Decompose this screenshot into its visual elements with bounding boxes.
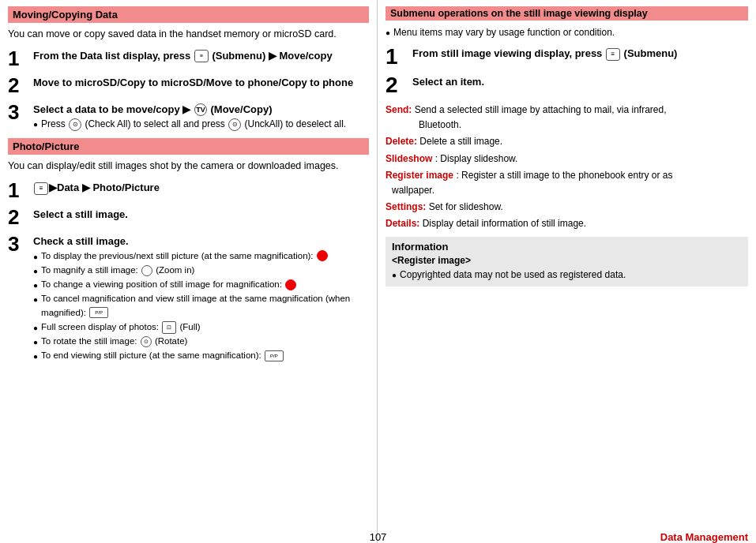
left-column: Moving/Copying Data You can move or copy… (0, 0, 378, 543)
right-step-2-content: Select an item. (412, 74, 748, 90)
photo-bullet-4: To cancel magnification and view still i… (33, 292, 369, 320)
zoom-icon (141, 265, 152, 276)
step-3-content: Select a data to be move/copy ▶ TV (Move… (33, 102, 369, 133)
submenu-operations-header: Submenu operations on the still image vi… (386, 6, 748, 21)
menu-items-list: Send: Send a selected still image by att… (386, 103, 748, 232)
cancel-icon: P/P (89, 307, 108, 318)
menu-item-send: Send: Send a selected still image by att… (386, 103, 748, 133)
data-management-label: Data Management (660, 531, 748, 543)
right-step-number-1: 1 (386, 46, 408, 68)
step-photo-1-content: ≡▶Data ▶ Photo/Picture (33, 180, 369, 196)
menu-icon-2: ≡ (34, 182, 48, 195)
menu-icon: ≡ (194, 50, 209, 62)
pos-icon (285, 279, 296, 290)
move-copy-icon: TV (194, 103, 207, 116)
menu-item-delete: Delete: Delete a still image. (386, 134, 748, 149)
page-number: 107 (370, 531, 387, 543)
full-icon: ⊡ (162, 321, 176, 334)
photo-picture-header: Photo/Picture (8, 138, 369, 155)
end-icon: P/P (265, 350, 284, 361)
menu-item-slideshow: Slideshow : Display slideshow. (386, 152, 748, 167)
nav-icon (317, 250, 328, 261)
menu-item-settings: Settings: Set for slideshow. (386, 200, 748, 215)
step-photo-number-1: 1 (8, 180, 28, 200)
step-photo-1: 1 ≡▶Data ▶ Photo/Picture (8, 180, 369, 200)
right-step-1: 1 From still image viewing display, pres… (386, 46, 748, 68)
photo-bullet-1: To display the previous/next still pictu… (33, 249, 369, 263)
menu-item-details: Details: Display detail information of s… (386, 216, 748, 231)
photo-picture-intro: You can display/edit still images shot b… (8, 159, 369, 174)
step-photo-number-2: 2 (8, 207, 28, 227)
step-photo-2: 2 Select a still image. (8, 207, 369, 227)
rotate-icon: ⊙ (141, 336, 152, 347)
step-number-3: 3 (8, 102, 28, 122)
right-step-2: 2 Select an item. (386, 74, 748, 96)
photo-bullet-3: To change a viewing position of still im… (33, 278, 369, 291)
submenu-icon: ≡ (606, 48, 620, 61)
step-number-2: 2 (8, 75, 28, 95)
photo-bullet-6: To rotate the still image: ⊙ (Rotate) (33, 335, 369, 348)
step-move-1: 1 From the Data list display, press ≡ (S… (8, 48, 369, 69)
information-title: Information (392, 241, 742, 253)
step-2-content: Move to microSD/Copy to microSD/Move to … (33, 75, 369, 91)
step-number-1: 1 (8, 48, 28, 69)
right-step-number-2: 2 (386, 74, 408, 96)
right-intro-bullet: Menu items may vary by usage function or… (386, 25, 748, 39)
information-sub-header: <Register image> (392, 255, 742, 266)
step-move-3: 3 Select a data to be move/copy ▶ TV (Mo… (8, 102, 369, 133)
step-photo-3: 3 Check a still image. To display the pr… (8, 234, 369, 364)
unck-all-icon: ⊙ (228, 118, 241, 131)
menu-item-register: Register image : Register a still image … (386, 168, 748, 198)
right-step-1-content: From still image viewing display, press … (412, 46, 748, 62)
photo-bullet-5: Full screen display of photos: ⊡ (Full) (33, 320, 369, 334)
right-column: Submenu operations on the still image vi… (378, 0, 756, 543)
moving-copying-intro: You can move or copy saved data in the h… (8, 27, 369, 42)
check-all-icon: ⊙ (69, 118, 81, 131)
photo-bullet-7: To end viewing still picture (at the sam… (33, 349, 369, 362)
step3-bullet: Press ⊙ (Check All) to select all and pr… (33, 117, 369, 131)
information-box: Information <Register image> Copyrighted… (386, 237, 748, 286)
information-text: Copyrighted data may not be used as regi… (392, 268, 742, 282)
step-photo-3-content: Check a still image. To display the prev… (33, 234, 369, 364)
step-move-2: 2 Move to microSD/Copy to microSD/Move t… (8, 75, 369, 95)
step-photo-2-content: Select a still image. (33, 207, 369, 223)
step-1-content: From the Data list display, press ≡ (Sub… (33, 48, 369, 64)
photo-bullet-2: To magnify a still image: (Zoom in) (33, 264, 369, 277)
moving-copying-header: Moving/Copying Data (8, 6, 369, 23)
step-photo-number-3: 3 (8, 234, 28, 254)
